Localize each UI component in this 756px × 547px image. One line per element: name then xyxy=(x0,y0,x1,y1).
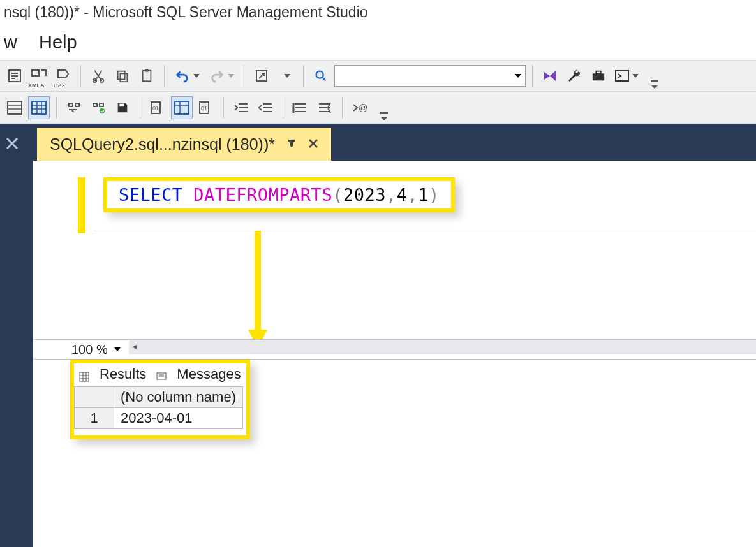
change-marker xyxy=(78,177,85,233)
document-tab[interactable]: SQLQuery2.sql...nzinsql (180))* xyxy=(37,128,331,161)
svg-rect-11 xyxy=(616,71,628,81)
overflow-icon[interactable] xyxy=(644,78,665,91)
chevron-down-icon xyxy=(632,74,639,78)
paste-icon[interactable] xyxy=(136,64,158,87)
open-paren: ( xyxy=(332,185,343,205)
svg-text:01: 01 xyxy=(152,105,159,112)
new-query-glyph-icon[interactable] xyxy=(4,64,26,87)
function-name: DATEFROMPARTS xyxy=(193,185,332,205)
svg-rect-5 xyxy=(143,71,151,82)
annotation-arrow-icon xyxy=(245,231,271,352)
close-icon[interactable] xyxy=(308,137,318,152)
row-number: 1 xyxy=(75,408,114,429)
results-pane: Results Messages (No column name) 1 2023… xyxy=(33,360,756,547)
document-tab-strip: SQLQuery2.sql...nzinsql (180))* xyxy=(33,124,756,161)
find-icon[interactable] xyxy=(310,64,332,87)
results-grid-icon xyxy=(79,369,89,379)
arg-day: 1 xyxy=(418,185,429,205)
column-header[interactable]: (No column name) xyxy=(114,387,243,408)
svg-rect-10 xyxy=(596,71,600,74)
specify-values-icon[interactable]: @ xyxy=(349,96,371,119)
line-numbers-icon[interactable]: 01 xyxy=(195,96,217,119)
window-title-bar: nsql (180))* - Microsoft SQL Server Mana… xyxy=(0,0,756,24)
redo-button[interactable] xyxy=(205,64,237,87)
svg-rect-12 xyxy=(651,80,658,82)
object-explorer-collapsed xyxy=(0,124,33,547)
editor-scrollbar[interactable] xyxy=(129,339,756,354)
chevron-down-icon xyxy=(228,74,234,78)
arg-month: 4 xyxy=(397,185,408,205)
messages-icon xyxy=(156,369,167,379)
svg-text:01: 01 xyxy=(201,105,207,112)
menu-item-window[interactable]: w xyxy=(4,32,17,53)
uncomment-icon[interactable] xyxy=(87,96,109,119)
results-to-grid-icon[interactable] xyxy=(28,96,50,119)
keyword-select: SELECT xyxy=(119,185,183,205)
intellisense-icon[interactable] xyxy=(171,96,193,119)
tab-results[interactable]: Results xyxy=(100,366,146,383)
toolbar-separator xyxy=(342,97,343,119)
cut-icon[interactable] xyxy=(87,64,109,87)
indent-icon[interactable] xyxy=(230,96,252,119)
run-script-icon[interactable] xyxy=(612,64,641,87)
comma: , xyxy=(386,185,397,205)
svg-rect-23 xyxy=(380,112,388,114)
svg-rect-3 xyxy=(118,71,125,80)
chevron-down-icon[interactable] xyxy=(114,347,121,351)
toolbar-separator xyxy=(56,97,57,119)
svg-point-8 xyxy=(316,71,323,78)
search-combo[interactable] xyxy=(334,65,526,87)
undo-button[interactable] xyxy=(171,64,203,87)
document-tab-label: SQLQuery2.sql...nzinsql (180))* xyxy=(50,135,275,154)
launch-icon[interactable] xyxy=(251,64,272,87)
save-icon[interactable] xyxy=(112,96,133,119)
outdent-icon[interactable] xyxy=(255,96,276,119)
sql-editor[interactable]: SELECT DATEFROMPARTS(2023,4,1) xyxy=(33,161,756,339)
xmla-icon[interactable]: XMLA xyxy=(28,64,50,87)
pin-icon[interactable] xyxy=(286,137,297,152)
svg-rect-16 xyxy=(119,104,124,107)
table-row[interactable]: 1 2023-04-01 xyxy=(75,408,243,429)
editor-column: SQLQuery2.sql...nzinsql (180))* SELECT D… xyxy=(33,124,756,547)
svg-rect-26 xyxy=(80,372,89,381)
toolbar-main: XMLA DAX xyxy=(0,60,756,92)
comment-block-icon[interactable] xyxy=(290,96,311,119)
dax-icon[interactable]: DAX xyxy=(52,64,74,87)
overflow-icon[interactable] xyxy=(373,110,395,123)
comment-icon[interactable] xyxy=(63,96,85,119)
toolbar-separator xyxy=(223,97,224,119)
uncomment-block-icon[interactable] xyxy=(314,96,336,119)
zoom-value[interactable]: 100 % xyxy=(71,342,108,357)
cell-value[interactable]: 2023-04-01 xyxy=(114,408,243,429)
results-to-text-icon[interactable] xyxy=(4,96,26,119)
toolbar-separator xyxy=(140,97,140,119)
close-paren: ) xyxy=(429,185,440,205)
wrench-icon[interactable] xyxy=(563,64,585,87)
toolbox-icon[interactable] xyxy=(588,64,609,87)
chevron-down-icon xyxy=(193,74,200,78)
highlight-query-box: SELECT DATEFROMPARTS(2023,4,1) xyxy=(103,177,455,212)
menu-item-help[interactable]: Help xyxy=(39,32,77,53)
window-title: nsql (180))* - Microsoft SQL Server Mana… xyxy=(4,4,368,21)
svg-text:@: @ xyxy=(359,103,367,113)
toolbar-separator xyxy=(244,65,244,87)
toolbar-separator xyxy=(303,65,304,87)
sqlcmd-icon[interactable]: 01 xyxy=(147,96,168,119)
grid-corner xyxy=(75,387,114,408)
svg-rect-14 xyxy=(32,101,46,114)
highlight-results-box: Results Messages (No column name) 1 2023… xyxy=(70,360,250,439)
close-icon[interactable] xyxy=(5,136,19,154)
svg-rect-6 xyxy=(145,69,149,72)
dropdown-icon[interactable] xyxy=(275,64,297,87)
arg-year: 2023 xyxy=(343,185,386,205)
chevron-down-icon xyxy=(515,74,521,78)
tab-messages[interactable]: Messages xyxy=(177,366,241,383)
vs-extension-icon[interactable] xyxy=(539,64,561,87)
editor-rule xyxy=(94,230,756,230)
copy-icon[interactable] xyxy=(112,64,133,87)
svg-rect-19 xyxy=(175,101,189,114)
toolbar-separator xyxy=(283,97,283,119)
results-grid[interactable]: (No column name) 1 2023-04-01 xyxy=(74,386,243,429)
results-tab-strip: Results Messages xyxy=(74,363,246,386)
toolbar-separator xyxy=(80,65,81,87)
